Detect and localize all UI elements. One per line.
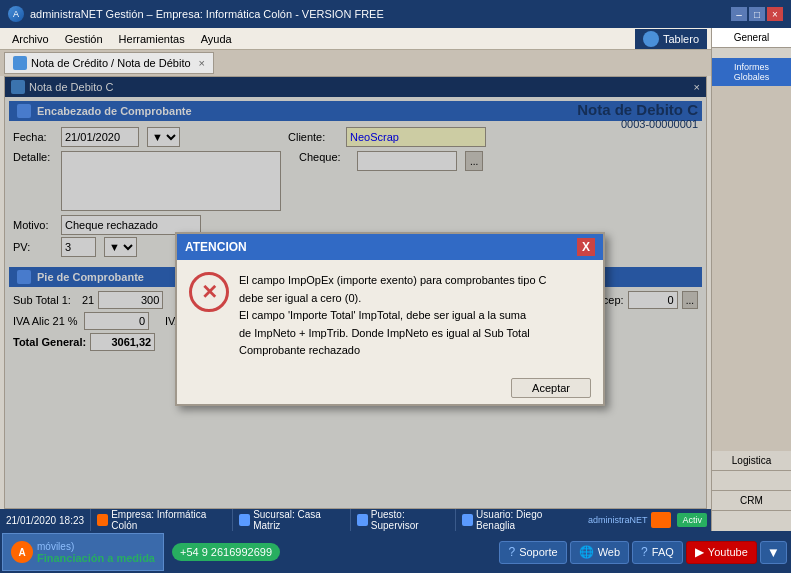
minimize-button[interactable]: – <box>731 7 747 21</box>
taskbar-app-text: móviles) Financiación a medida <box>37 541 155 564</box>
modal-overlay: ATENCION X ✕ El campo ImpOpEx (importe e… <box>5 77 706 508</box>
app-window: A administraNET Gestión – Empresa: Infor… <box>0 0 791 573</box>
menu-gestion[interactable]: Gestión <box>57 31 111 47</box>
phone-button[interactable]: +54 9 2616992699 <box>172 543 280 561</box>
faq-icon: ? <box>641 545 648 559</box>
web-icon: 🌐 <box>579 545 594 559</box>
usuario-icon <box>462 514 473 526</box>
taskbar-chevron-button[interactable]: ▼ <box>760 541 787 564</box>
modal-title: ATENCION <box>185 240 247 254</box>
general-tab[interactable]: General <box>712 28 791 48</box>
modal-ok-button[interactable]: Aceptar <box>511 378 591 398</box>
modal-error-icon: ✕ <box>189 272 229 312</box>
youtube-button[interactable]: ▶ Youtube <box>686 541 757 564</box>
tablero-icon <box>643 31 659 47</box>
window-controls: – □ × <box>731 7 783 21</box>
nota-credito-tab[interactable]: Nota de Crédito / Nota de Débito × <box>4 52 214 74</box>
app-title: administraNET Gestión – Empresa: Informá… <box>30 8 725 20</box>
modal-body: ✕ El campo ImpOpEx (importe exento) para… <box>177 260 603 372</box>
faq-button[interactable]: ? FAQ <box>632 541 683 564</box>
tab-close-icon[interactable]: × <box>199 57 205 69</box>
sucursal-icon <box>239 514 250 526</box>
tablero-button[interactable]: Tablero <box>635 29 707 49</box>
taskbar: A móviles) Financiación a medida +54 9 2… <box>0 531 791 573</box>
menu-archivo[interactable]: Archivo <box>4 31 57 47</box>
status-datetime: 21/01/2020 18:23 <box>0 509 91 531</box>
web-button[interactable]: 🌐 Web <box>570 541 629 564</box>
modal-titlebar: ATENCION X <box>177 234 603 260</box>
maximize-button[interactable]: □ <box>749 7 765 21</box>
menu-herramientas[interactable]: Herramientas <box>111 31 193 47</box>
taskbar-right-buttons: ? Soporte 🌐 Web ? FAQ ▶ Youtube ▼ <box>499 541 791 564</box>
logistica-tab[interactable]: Logistica <box>712 450 791 471</box>
modal-dialog: ATENCION X ✕ El campo ImpOpEx (importe e… <box>175 232 605 406</box>
close-button[interactable]: × <box>767 7 783 21</box>
title-bar: A administraNET Gestión – Empresa: Infor… <box>0 0 791 28</box>
soporte-button[interactable]: ? Soporte <box>499 541 566 564</box>
informes-globales-btn[interactable]: Informes Globales <box>712 58 791 86</box>
status-empresa: Empresa: Informática Colón <box>91 509 233 531</box>
app-icon: A <box>8 6 24 22</box>
taskbar-app-button[interactable]: A móviles) Financiación a medida <box>2 533 164 571</box>
modal-footer: Aceptar <box>177 372 603 404</box>
crm-tab[interactable]: CRM <box>712 490 791 511</box>
administranet-logo: administraNET <box>582 512 678 528</box>
tab-bar: Nota de Crédito / Nota de Débito × <box>0 50 711 76</box>
tab-icon <box>13 56 27 70</box>
activ-badge: Activ <box>677 513 707 527</box>
taskbar-app-icon: A <box>11 541 33 563</box>
status-puesto: Puesto: Supervisor <box>351 509 456 531</box>
status-bar: 21/01/2020 18:23 Empresa: Informática Co… <box>0 509 711 531</box>
nota-debito-window: Nota de Debito C × Nota de Debito C 0003… <box>4 76 707 509</box>
puesto-icon <box>357 514 368 526</box>
menu-bar: Archivo Gestión Herramientas Ayuda Table… <box>0 28 711 50</box>
right-sidebar: General Logistica CRM Informes Globales <box>711 28 791 531</box>
status-time: 18:23 <box>59 515 84 526</box>
tab-label: Nota de Crédito / Nota de Débito <box>31 57 191 69</box>
empresa-icon <box>97 514 108 526</box>
status-usuario: Usuario: Diego Benaglia <box>456 509 582 531</box>
modal-close-button[interactable]: X <box>577 238 595 256</box>
soporte-icon: ? <box>508 545 515 559</box>
logo-icon <box>651 512 671 528</box>
menu-ayuda[interactable]: Ayuda <box>193 31 240 47</box>
status-sucursal: Sucursal: Casa Matriz <box>233 509 351 531</box>
administranet-text: administraNET <box>588 515 648 525</box>
status-date: 21/01/2020 <box>6 515 56 526</box>
modal-message: El campo ImpOpEx (importe exento) para c… <box>239 272 591 360</box>
youtube-icon: ▶ <box>695 545 704 559</box>
